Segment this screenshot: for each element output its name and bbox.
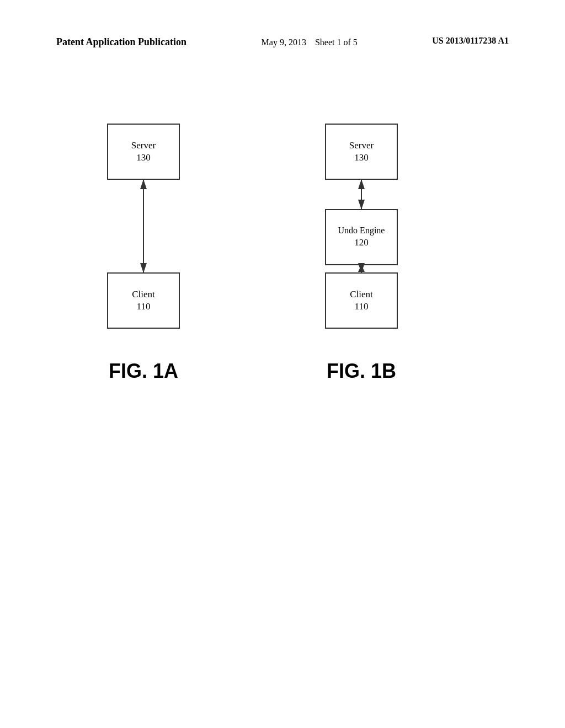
server-1b-label: Server — [349, 140, 374, 151]
server-1b-number: 130 — [354, 152, 369, 163]
client-1a-box — [108, 273, 179, 328]
undo-engine-label: Undo Engine — [338, 226, 385, 235]
patent-number-label: US 2013/0117238 A1 — [432, 36, 509, 46]
client-1a-number: 110 — [137, 301, 151, 312]
undo-engine-number: 120 — [354, 237, 369, 248]
client-1b-number: 110 — [355, 301, 369, 312]
arrowhead-down-1a — [140, 263, 147, 273]
client-1b-label: Client — [350, 289, 373, 299]
arrowhead-up-1a — [140, 179, 147, 189]
client-1b-box — [326, 273, 397, 328]
server-1a-number: 130 — [136, 152, 151, 163]
server-1a-label: Server — [131, 140, 156, 151]
server-1b-box — [326, 124, 397, 179]
publication-label: Patent Application Publication — [56, 36, 186, 49]
date-sheet-label: May 9, 2013 Sheet 1 of 5 — [262, 36, 358, 49]
date-label: May 9, 2013 — [262, 38, 306, 47]
patent-page: Patent Application Publication May 9, 20… — [0, 0, 565, 728]
server-1a-box — [108, 124, 179, 179]
sheet-label: Sheet 1 of 5 — [315, 38, 358, 47]
diagrams-svg: Server 130 Client 110 FIG. 1A Server 130… — [0, 108, 565, 521]
client-1a-label: Client — [132, 289, 155, 299]
fig-1b-label: FIG. 1B — [327, 360, 396, 382]
header: Patent Application Publication May 9, 20… — [0, 36, 565, 49]
fig-1a-label: FIG. 1A — [109, 360, 178, 382]
arrowhead-up-1b-top — [358, 179, 365, 189]
arrowhead-down-1b-top — [358, 200, 365, 210]
